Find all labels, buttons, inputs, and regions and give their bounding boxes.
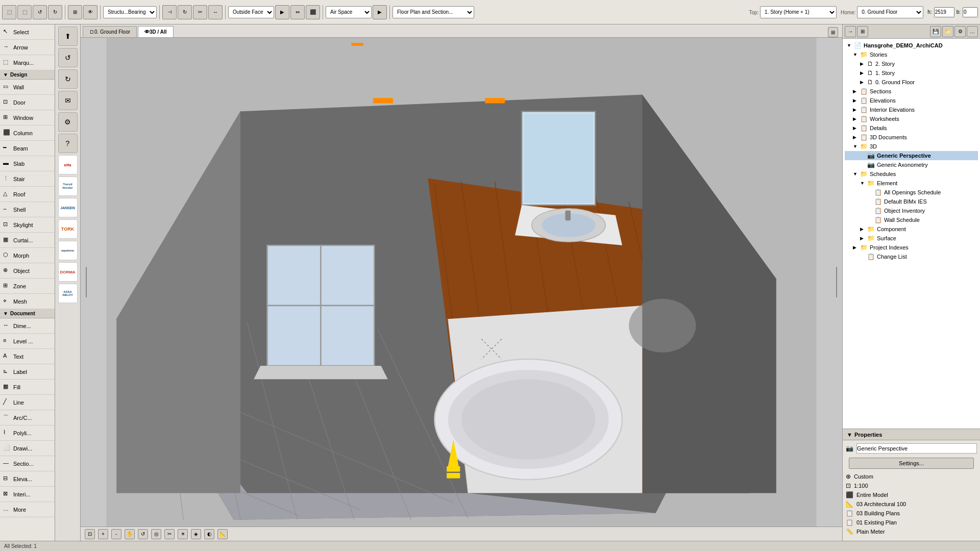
addon-tork[interactable]: TORK — [58, 219, 78, 239]
b-input[interactable] — [963, 7, 978, 17]
addon-jansen[interactable]: JANSEN — [58, 198, 78, 217]
stretch-btn[interactable]: ↔ — [208, 5, 223, 19]
tool-marquee[interactable]: ⬚ Marqu... — [0, 55, 55, 70]
tool-line[interactable]: ╱ Line — [0, 395, 55, 410]
flip-btn[interactable]: ⇔ — [290, 5, 305, 19]
tree-item-3d[interactable]: ▼ 📁 3D — [845, 142, 978, 151]
render-btn[interactable]: ◈ — [191, 529, 201, 539]
tool-curtain[interactable]: ▦ Curtai... — [0, 233, 55, 248]
addon-sync-btn[interactable]: ↻ — [58, 69, 78, 89]
tool-level[interactable]: ≡ Level ... — [0, 334, 55, 349]
view-dropdown[interactable]: Floor Plan and Section... — [393, 6, 474, 18]
tool-zone[interactable]: ⊞ Zone — [0, 279, 55, 294]
tree-item-elevations[interactable]: ▶ 📋 Elevations — [845, 96, 978, 105]
tree-item-story0[interactable]: ▶ 🗋 0. Ground Floor — [845, 78, 978, 87]
view-name-input[interactable] — [856, 443, 977, 454]
airspace-arrow-btn[interactable]: ▶ — [373, 5, 387, 19]
rp-arrow-btn[interactable]: → — [845, 26, 856, 37]
tab-3d-all[interactable]: 👁 3D / All — [138, 26, 174, 37]
addon-dorma[interactable]: DORMA — [58, 262, 78, 282]
section-view-btn[interactable]: ✂ — [164, 529, 175, 539]
tree-item-wall-schedule[interactable]: 📋 Wall Schedule — [845, 215, 978, 224]
undo-btn[interactable]: ↺ — [33, 5, 47, 19]
surface-arrow-btn[interactable]: ▶ — [275, 5, 289, 19]
right-resize-handle[interactable] — [835, 262, 838, 303]
tree-item-generic-axonometry[interactable]: 📷 Generic Axonometry — [845, 160, 978, 169]
tree-item-element[interactable]: ▼ 📁 Element — [845, 179, 978, 188]
addon-settings-btn[interactable]: ⚙ — [58, 112, 78, 132]
tool-arc[interactable]: ⌒ Arc/C... — [0, 410, 55, 425]
tab-ground-floor[interactable]: 🗋 0. Ground Floor — [83, 26, 137, 37]
sun-btn[interactable]: ☀ — [178, 529, 188, 539]
tool-elevation[interactable]: ⊟ Eleva... — [0, 471, 55, 487]
tool-dimension[interactable]: ↔ Dime... — [0, 318, 55, 334]
tree-item-generic-perspective[interactable]: 📷 Generic Perspective — [845, 151, 978, 160]
rp-layout-btn[interactable]: ⊞ — [857, 26, 868, 37]
tool-stair[interactable]: ⋮ Stair — [0, 171, 55, 187]
tool-text[interactable]: A Text — [0, 349, 55, 364]
document-section-header[interactable]: ▼ Document — [0, 309, 55, 318]
tree-item-sections[interactable]: ▶ 📋 Sections — [845, 87, 978, 96]
tool-select[interactable]: ↖ Select — [0, 24, 55, 40]
airspace-dropdown[interactable]: Air Space — [326, 6, 372, 18]
tool-object[interactable]: ⊕ Object — [0, 263, 55, 279]
tree-item-object-inventory[interactable]: 📋 Object Inventory — [845, 206, 978, 215]
addon-assaabloy[interactable]: ASSAABLOY — [58, 284, 78, 303]
orbit-btn[interactable]: ◎ — [151, 529, 161, 539]
settings-btn[interactable]: Settings... — [849, 458, 974, 469]
tree-item-root[interactable]: ▼ 📄 Hansgrohe_DEMO_ArchiCAD — [845, 41, 978, 50]
tool-wall[interactable]: ▭ Wall — [0, 80, 55, 95]
addon-up-btn[interactable]: ⬆ — [58, 27, 78, 46]
tree-item-story2[interactable]: ▶ 🗋 2. Story — [845, 59, 978, 68]
pan-btn[interactable]: ✋ — [125, 529, 135, 539]
rp-folder-btn[interactable]: 📁 — [942, 26, 953, 37]
view-toggle-btn[interactable]: ⊞ — [828, 27, 838, 37]
left-resize-handle[interactable] — [85, 262, 88, 303]
tree-item-change-list[interactable]: 📋 Change List — [845, 252, 978, 261]
shadow-btn[interactable]: ◐ — [204, 529, 214, 539]
rp-more-btn[interactable]: … — [967, 26, 978, 37]
measure-btn[interactable]: 📐 — [217, 529, 228, 539]
addon-help-btn[interactable]: ? — [58, 134, 78, 153]
tree-item-schedules[interactable]: ▼ 📁 Schedules — [845, 169, 978, 179]
tool-section[interactable]: — Sectio... — [0, 456, 55, 471]
viewport-canvas[interactable] — [81, 38, 842, 527]
split-btn[interactable]: ✂ — [193, 5, 207, 19]
tool-window[interactable]: ⊞ Window — [0, 110, 55, 126]
tree-item-all-openings[interactable]: 📋 All Openings Schedule — [845, 188, 978, 197]
tree-item-details[interactable]: ▶ 📋 Details — [845, 123, 978, 133]
fit-btn[interactable]: ⊡ — [85, 529, 95, 539]
tree-item-project-indexes[interactable]: ▶ 📁 Project Indexes — [845, 243, 978, 252]
tool-label[interactable]: ⊾ Label — [0, 364, 55, 380]
tool-fill[interactable]: ▩ Fill — [0, 380, 55, 395]
h-input[interactable] — [934, 7, 954, 17]
tool-shell[interactable]: ⌢ Shell — [0, 202, 55, 217]
rp-settings-btn[interactable]: ⚙ — [954, 26, 966, 37]
tree-item-worksheets[interactable]: ▶ 📋 Worksheets — [845, 114, 978, 123]
rotate-view-btn[interactable]: ↺ — [138, 529, 148, 539]
tool-more[interactable]: … More — [0, 502, 55, 517]
select-partial-btn[interactable]: ⬚ — [17, 5, 32, 19]
addon-refresh-btn[interactable]: ↺ — [58, 48, 78, 67]
tree-item-3d-documents[interactable]: ▶ 📋 3D Documents — [845, 133, 978, 142]
design-section-header[interactable]: ▼ Design — [0, 70, 55, 80]
trim-btn[interactable]: ⊣ — [162, 5, 177, 19]
tree-item-stories[interactable]: ▼ 📁 Stories — [845, 50, 978, 59]
select-all-btn[interactable]: ⬚ — [2, 5, 16, 19]
addon-equitone[interactable]: equitone — [58, 241, 78, 260]
tool-skylight[interactable]: ⊡ Skylight — [0, 217, 55, 233]
mirror-btn[interactable]: ⬛ — [306, 5, 320, 19]
tool-roof[interactable]: △ Roof — [0, 187, 55, 202]
tree-item-interior-elevations[interactable]: ▶ 📋 Interior Elevations — [845, 105, 978, 114]
show-hide-btn[interactable]: 👁 — [83, 5, 97, 19]
tool-column[interactable]: ⬛ Column — [0, 126, 55, 141]
addon-elfa[interactable]: elfa — [58, 155, 78, 174]
tree-item-component[interactable]: ▶ 📁 Component — [845, 224, 978, 234]
tool-morph[interactable]: ⬡ Morph — [0, 248, 55, 263]
rotate-btn[interactable]: ↻ — [178, 5, 192, 19]
tool-door[interactable]: ⊡ Door — [0, 95, 55, 110]
redo-btn[interactable]: ↻ — [48, 5, 62, 19]
tool-interior[interactable]: ⊠ Interi... — [0, 487, 55, 502]
addon-trarydfonstret[interactable]: Trarydfönster — [58, 177, 78, 196]
layer-btn[interactable]: ⊞ — [68, 5, 82, 19]
